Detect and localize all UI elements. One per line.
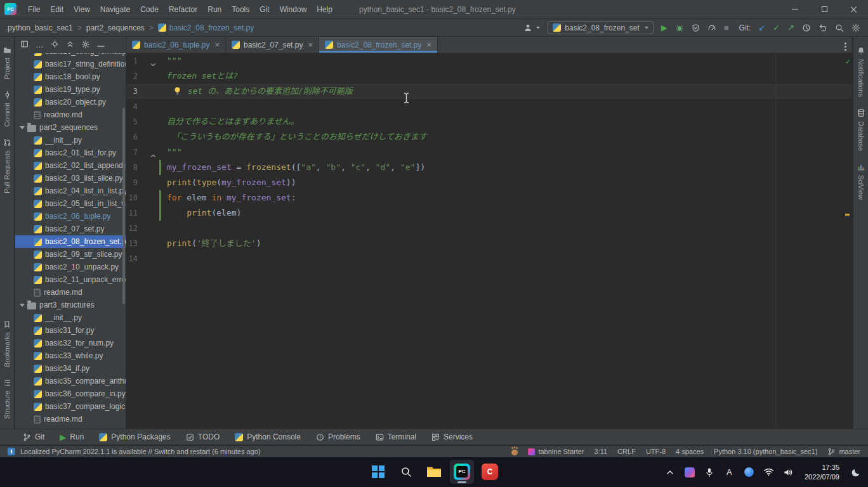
status-message[interactable]: Localized PyCharm 2022.1.1 is available …: [8, 448, 260, 455]
scrollbar[interactable]: [122, 108, 125, 304]
tray-blue-app[interactable]: [740, 462, 758, 483]
tree-item[interactable]: __init__.py: [15, 134, 126, 146]
status-utf-8[interactable]: UTF-8: [646, 448, 666, 455]
tray-ime-a[interactable]: [721, 462, 738, 483]
debug-button[interactable]: [675, 23, 684, 32]
breadcrumb-item-basic2-08-frozen-set-py[interactable]: basic2_08_frozen_set.py: [158, 23, 254, 32]
more-options-button[interactable]: …: [36, 41, 44, 49]
update-project-button[interactable]: ↙: [758, 23, 765, 32]
editor-tab-basic2-06-tuple-py[interactable]: basic2_06_tuple.py×: [126, 37, 226, 53]
tool-stripe-notifications[interactable]: Notifications: [857, 46, 865, 97]
menu-edit[interactable]: Edit: [45, 0, 69, 19]
select-opened-file-button[interactable]: [51, 40, 59, 50]
editor-line[interactable]: 2frozen setとは?: [126, 68, 852, 84]
taskbar-pycharm[interactable]: [450, 460, 474, 484]
editor-line[interactable]: 5自分で作ることはまずありません。: [126, 114, 852, 129]
inspections-ok-icon[interactable]: ✓: [846, 57, 850, 66]
status-crlf[interactable]: CRLF: [617, 448, 636, 455]
taskbar-red-app[interactable]: [478, 460, 502, 484]
tree-item[interactable]: basic2_07_set.py: [15, 223, 126, 235]
tree-item[interactable]: basic20_object.py: [15, 96, 126, 108]
tree-item[interactable]: part3_structures: [15, 299, 126, 311]
push-button[interactable]: ↗: [787, 23, 794, 32]
tree-item[interactable]: basic33_while.py: [15, 349, 126, 362]
taskbar-file-explorer[interactable]: [422, 460, 446, 484]
tree-item[interactable]: readme.md: [15, 108, 126, 121]
taskbar-search[interactable]: [394, 460, 418, 484]
tab-options-icon[interactable]: [845, 41, 846, 49]
tree-item[interactable]: basic31_for.py: [15, 324, 126, 337]
hide-panel-button[interactable]: [97, 41, 105, 49]
editor-line[interactable]: 14: [126, 251, 852, 266]
commit-button[interactable]: ✓: [773, 23, 780, 32]
tree-item[interactable]: readme.md: [15, 413, 126, 425]
tab-close-icon[interactable]: ×: [214, 40, 220, 49]
menu-git[interactable]: Git: [254, 0, 274, 19]
tray-volume[interactable]: [780, 462, 797, 483]
tree-item[interactable]: readme.md: [15, 286, 126, 299]
tool-stripe-project[interactable]: Project: [3, 46, 11, 79]
tray-color-app[interactable]: [681, 462, 699, 483]
menu-window[interactable]: Window: [275, 0, 312, 19]
tray-wifi[interactable]: [760, 462, 777, 483]
editor-line[interactable]: 3 set の、あとからの要素追加/削除不可能版: [126, 84, 852, 99]
tool-stripe-pull-requests[interactable]: Pull Requests: [3, 138, 11, 193]
menu-view[interactable]: View: [69, 0, 95, 19]
tree-item[interactable]: basic2_01_list_for.py: [15, 146, 126, 159]
rollback-button[interactable]: [819, 23, 827, 32]
minimize-button[interactable]: [780, 0, 810, 19]
tree-item[interactable]: __init__.py: [15, 311, 126, 324]
editor-line[interactable]: 4: [126, 99, 852, 114]
tree-item[interactable]: basic2_03_list_slice.py: [15, 172, 126, 185]
tree-item[interactable]: basic2_02_list_append.py: [15, 159, 126, 172]
editor-line[interactable]: 13print('終了しました'): [126, 236, 852, 251]
tree-item[interactable]: basic35_compare_arithm: [15, 375, 126, 387]
maximize-button[interactable]: [810, 0, 839, 19]
toolwindow-git[interactable]: Git: [23, 432, 44, 441]
editor-line[interactable]: 12: [126, 221, 852, 236]
breadcrumb-item-python-basic-sec1[interactable]: python_basic_sec1: [8, 23, 73, 32]
search-everywhere-button[interactable]: [835, 23, 844, 32]
tree-item[interactable]: basic2_10_unpack.py: [15, 261, 126, 273]
menu-refactor[interactable]: Refactor: [164, 0, 202, 19]
menu-file[interactable]: File: [23, 0, 45, 19]
tree-item[interactable]: basic19_type.py: [15, 83, 126, 96]
editor-line[interactable]: 7""": [126, 145, 852, 160]
profiler-button[interactable]: [707, 23, 716, 32]
collapse-all-button[interactable]: [66, 40, 74, 50]
tray-mic[interactable]: [701, 462, 718, 483]
breadcrumb-item-part2-sequences[interactable]: part2_sequences: [86, 23, 145, 32]
tree-item[interactable]: basic17_string_definition: [15, 58, 126, 70]
status-python-3-10-python-basic-sec1[interactable]: Python 3.10 (python_basic_sec1): [714, 448, 817, 455]
editor-line[interactable]: 6 「こういうものが存在する」ということのお知らせだけしておきます: [126, 129, 852, 145]
tree-item[interactable]: basic36_compare_in.py: [15, 387, 126, 400]
menu-run[interactable]: Run: [202, 0, 227, 19]
tool-stripe-sciview[interactable]: SciView: [857, 162, 865, 200]
tray-chevron-up[interactable]: [662, 462, 679, 483]
status-icon[interactable]: [511, 448, 518, 455]
status-4-spaces[interactable]: 4 spaces: [676, 448, 704, 455]
toolwindow-todo[interactable]: TODO: [186, 432, 220, 441]
history-button[interactable]: [802, 23, 811, 32]
stop-button[interactable]: ■: [724, 23, 729, 32]
tree-item[interactable]: basic2_08_frozen_set.py: [15, 235, 126, 248]
tree-item[interactable]: basic2_05_list_in_list_var: [15, 197, 126, 210]
chevron-down-icon[interactable]: [20, 126, 25, 129]
tree-item[interactable]: basic34_if.py: [15, 362, 126, 375]
status-3-11[interactable]: 3:11: [595, 448, 608, 455]
toolwindow-problems[interactable]: Problems: [316, 432, 360, 441]
run-config-button[interactable]: basic2_08_frozen_set: [548, 21, 653, 34]
run-with-coverage-button[interactable]: [692, 23, 700, 32]
status-master[interactable]: master: [827, 448, 860, 456]
settings-button[interactable]: [852, 23, 860, 32]
tree-item[interactable]: basic2_06_tuple.py: [15, 210, 126, 223]
status-tabnine-starter[interactable]: tabnine Starter: [528, 448, 584, 455]
editor-line[interactable]: 10for elem in my_frozen_set:: [126, 190, 852, 205]
menu-help[interactable]: Help: [312, 0, 338, 19]
tree-item[interactable]: basic2_09_str_slice.py: [15, 248, 126, 261]
editor-line[interactable]: 8my_frozen_set = frozenset(["a", "b", "c…: [126, 160, 852, 175]
tool-stripe-bookmarks[interactable]: Bookmarks: [3, 320, 11, 367]
menu-tools[interactable]: Tools: [227, 0, 254, 19]
editor-line[interactable]: 1""": [126, 53, 852, 68]
tool-stripe-database[interactable]: Database: [857, 108, 865, 151]
